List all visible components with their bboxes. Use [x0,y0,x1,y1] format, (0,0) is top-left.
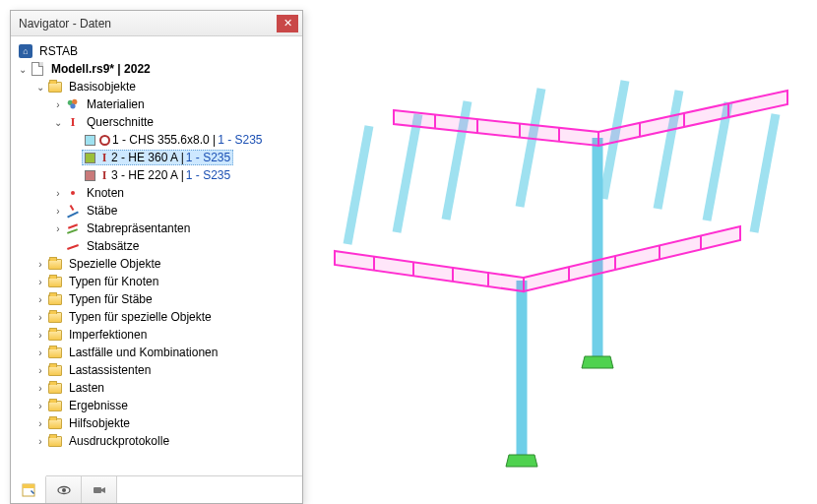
circular-section-icon [99,135,110,146]
svg-line-13 [658,91,679,209]
chevron-right-icon[interactable]: › [34,259,46,270]
tree-label: Lasten [66,380,107,396]
chevron-right-icon[interactable]: › [34,401,46,411]
tree-view[interactable]: ⌂ RSTAB ⌄ Modell.rs9* | 2022 ⌄ Basisobje… [11,36,302,475]
tree-label: Ergebnisse [66,398,131,413]
folder-icon [47,433,63,449]
chevron-right-icon[interactable]: › [52,223,64,234]
tree-node-root[interactable]: ⌂ RSTAB [17,42,300,60]
material-link[interactable]: 1 - S235 [218,133,262,147]
tree-node-folder[interactable]: ›Spezielle Objekte [17,255,300,273]
tree-node-stabe[interactable]: › Stäbe [17,202,300,220]
i-section-icon [99,169,109,181]
app-icon: ⌂ [18,43,33,59]
svg-marker-21 [598,91,787,146]
chevron-right-icon[interactable]: › [34,277,46,287]
tree-label: Hilfsobjekte [66,415,133,431]
tree-label: Stäbe [84,203,120,219]
tree-label: Basisobjekte [66,79,139,94]
tree-node-materials[interactable]: › Materialien [17,95,300,113]
tree-node-folder[interactable]: ›Ergebnisse [17,397,300,414]
chevron-down-icon[interactable]: ⌄ [17,64,29,75]
tree-node-folder[interactable]: ›Imperfektionen [17,326,300,344]
tree-node-section-item[interactable]: 3 - HE 220 A | 1 - S235 [17,166,300,184]
tree-node-folder[interactable]: ›Lastfälle und Kombinationen [17,344,300,361]
tree-node-folder[interactable]: ›Typen für spezielle Objekte [17,308,300,326]
svg-marker-19 [506,455,537,467]
tree-node-model[interactable]: ⌄ Modell.rs9* | 2022 [17,60,300,78]
tree-node-folder[interactable]: ›Lasten [17,379,300,397]
chevron-right-icon[interactable]: › [34,436,46,447]
folder-icon [47,362,63,378]
color-swatch [85,153,95,163]
tab-views[interactable] [82,476,117,503]
tree-node-knoten[interactable]: › Knoten [17,184,300,202]
folder-icon [47,327,63,343]
tree-node-folder[interactable]: ›Typen für Knoten [17,273,300,290]
chevron-right-icon[interactable]: › [34,418,46,429]
member-set-icon [65,238,81,254]
chevron-right-icon[interactable]: › [34,383,46,394]
folder-icon [47,291,63,307]
tree-node-stabsatz[interactable]: Stabsätze [17,237,300,255]
section-label: 3 - HE 220 A | [111,168,184,182]
member-rep-icon [65,220,81,236]
tree-label: Querschnitte [84,114,157,130]
chevron-right-icon[interactable]: › [34,312,46,323]
tree-label: Typen für Knoten [66,274,161,289]
folder-icon [47,256,63,272]
tree-node-folder[interactable]: ›Typen für Stäbe [17,290,300,308]
tree-node-folder[interactable]: ›Lastassistenten [17,361,300,379]
tree-node-basic[interactable]: ⌄ Basisobjekte [17,78,300,95]
svg-marker-30 [524,226,740,291]
model-viewport[interactable] [315,30,807,492]
material-link[interactable]: 1 - S235 [186,151,230,164]
tree-label: Imperfektionen [66,327,150,343]
chevron-right-icon[interactable]: › [52,99,64,110]
data-tab-icon [21,482,36,498]
tree-label: RSTAB [36,43,81,59]
chevron-right-icon[interactable]: › [34,365,46,376]
tree-node-section-item[interactable]: 1 - CHS 355.6x8.0 | 1 - S235 [17,131,300,149]
svg-marker-29 [335,251,524,291]
close-icon: ✕ [283,17,292,30]
svg-marker-20 [394,110,598,146]
tab-display[interactable] [46,476,82,503]
tree-node-section-item[interactable]: 2 - HE 360 A | 1 - S235 [17,149,300,166]
tree-label: Typen für Stäbe [66,291,156,307]
tab-data[interactable] [11,475,46,503]
navigator-window: Navigator - Daten ✕ ⌂ RSTAB ⌄ Modell.rs9… [10,10,303,504]
tree-label: Knoten [84,185,127,201]
tree-label: Lastassistenten [66,362,154,378]
node-icon [65,185,81,201]
svg-point-6 [62,488,66,492]
titlebar[interactable]: Navigator - Daten ✕ [11,11,302,36]
file-icon [30,61,45,77]
color-swatch [85,170,95,181]
close-button[interactable]: ✕ [277,15,298,32]
tree-node-folder[interactable]: ›Ausdruckprotokolle [17,432,300,450]
chevron-down-icon[interactable]: ⌄ [34,82,46,93]
tree-node-sections[interactable]: ⌄ Querschnitte [17,113,300,131]
window-title: Navigator - Daten [15,17,277,31]
tree-node-stabrep[interactable]: › Stabrepräsentanten [17,220,300,237]
material-link[interactable]: 1 - S235 [186,168,230,182]
i-section-icon [99,152,109,163]
chevron-right-icon[interactable]: › [34,330,46,341]
camera-icon [92,482,107,498]
chevron-right-icon[interactable]: › [52,206,64,217]
svg-line-9 [397,114,418,232]
folder-icon [47,415,63,431]
tree-label: Lastfälle und Kombinationen [66,345,220,360]
tree-label: Typen für spezielle Objekte [66,309,215,325]
tree-node-folder[interactable]: ›Hilfsobjekte [17,414,300,432]
section-label: 1 - CHS 355.6x8.0 | [112,133,216,147]
chevron-down-icon[interactable]: ⌄ [52,117,64,128]
chevron-right-icon[interactable]: › [52,188,64,199]
tree-label: Materialien [84,96,148,112]
eye-icon [56,482,72,498]
chevron-right-icon[interactable]: › [34,347,46,358]
folder-icon [47,345,63,360]
chevron-right-icon[interactable]: › [34,294,46,305]
folder-icon [47,309,63,325]
